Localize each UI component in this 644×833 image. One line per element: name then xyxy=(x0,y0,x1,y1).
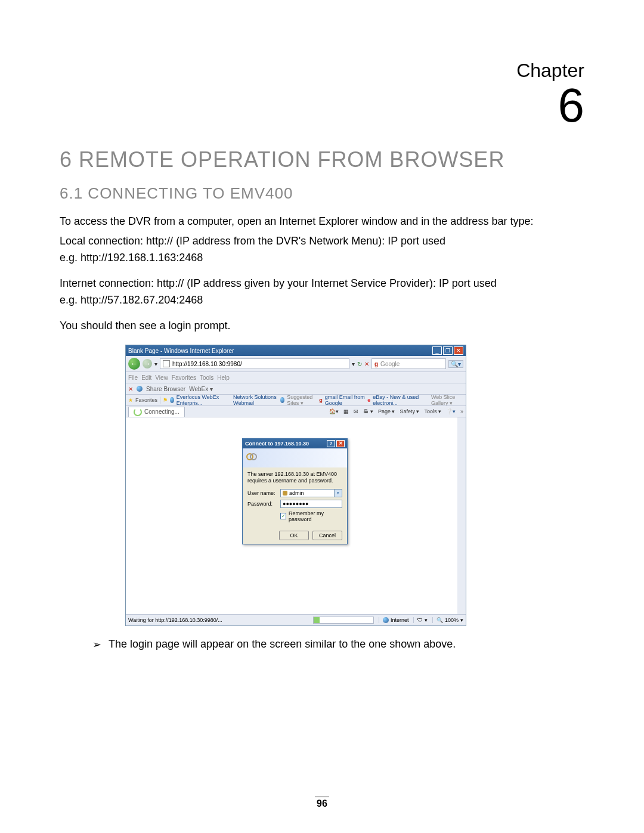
intro-text: To access the DVR from a computer, open … xyxy=(60,215,584,228)
section-heading: 6 REMOTE OPERATION FROM BROWSER xyxy=(60,147,584,172)
bullet-arrow-icon: ➢ xyxy=(92,638,101,651)
google-icon: g xyxy=(374,361,378,367)
progress-bar xyxy=(313,617,374,624)
star-icon[interactable]: ★ xyxy=(128,397,133,403)
local-conn-1: Local connection: http:// (IP address fr… xyxy=(60,234,584,248)
remember-row: ✓ Remember my password xyxy=(280,510,342,522)
menu-help[interactable]: Help xyxy=(217,374,230,381)
feeds-icon[interactable]: ▦ xyxy=(343,408,349,414)
print-icon[interactable]: 🖶 ▾ xyxy=(363,408,373,414)
username-value: admin xyxy=(289,490,304,496)
home-icon[interactable]: 🏠▾ xyxy=(329,408,339,414)
status-text: Waiting for http://192.168.10.30:9980/..… xyxy=(128,617,222,623)
address-bar[interactable]: http://192.168.10.30:9980/ xyxy=(160,358,349,369)
dialog-banner xyxy=(243,448,347,467)
bullet-item: ➢ The login page will appear on the scre… xyxy=(92,638,584,651)
menu-bar: File Edit View Favorites Tools Help xyxy=(126,372,466,383)
tab-row: Connecting... 🏠▾ ▦ ✉ 🖶 ▾ Page ▾ Safety ▾… xyxy=(126,406,466,417)
browser-tab[interactable]: Connecting... xyxy=(128,407,185,417)
password-input[interactable]: ●●●●●●●● xyxy=(280,500,342,508)
tools-menu[interactable]: Tools ▾ xyxy=(424,408,441,414)
fav-icon-3 xyxy=(280,397,284,403)
url-text: http://192.168.10.30:9980/ xyxy=(172,361,242,367)
menu-edit[interactable]: Edit xyxy=(141,374,151,381)
help-icon[interactable]: ❔▾ xyxy=(446,408,456,414)
stop-icon[interactable]: ✕ xyxy=(364,361,369,367)
zoom-control[interactable]: 🔍 100% ▾ xyxy=(432,617,463,623)
back-button[interactable]: ← xyxy=(128,358,140,370)
document-page: Chapter 6 6 REMOTE OPERATION FROM BROWSE… xyxy=(0,0,644,833)
maximize-button[interactable]: ❐ xyxy=(443,346,453,355)
fav-icon-2 xyxy=(227,397,231,403)
chapter-number: 6 xyxy=(60,82,584,129)
share-browser[interactable]: Share Browser xyxy=(146,386,185,392)
loading-spinner-icon xyxy=(134,408,142,416)
favorites-bar: ★ Favorites ⚑ Everfocus WebEx Enterpris.… xyxy=(126,395,466,406)
dropdown-icon[interactable]: ▾ xyxy=(154,361,157,367)
page-number: 96 xyxy=(317,798,327,809)
remember-label: Remember my password xyxy=(289,510,342,522)
close-button[interactable]: ✕ xyxy=(454,346,463,355)
fav-link-6[interactable]: Web Slice Gallery ▾ xyxy=(431,395,463,406)
window-titlebar[interactable]: Blank Page - Windows Internet Explorer _… xyxy=(126,345,466,356)
fav-icon-1 xyxy=(170,397,174,403)
fav-link-4[interactable]: gmail Email from Google xyxy=(325,395,365,406)
chevron-down-icon[interactable]: ▾ xyxy=(334,490,342,497)
forward-button[interactable]: → xyxy=(143,359,152,368)
fav-link-5[interactable]: eBay - New & used electroni... xyxy=(373,395,422,406)
protected-mode[interactable]: 🛡 ▾ xyxy=(413,617,428,623)
mail-icon[interactable]: ✉ xyxy=(354,408,358,414)
fav-link-1[interactable]: Everfocus WebEx Enterpris... xyxy=(177,395,224,406)
fav-folder-icon: ⚑ xyxy=(163,397,168,403)
username-input[interactable]: admin ▾ xyxy=(280,489,342,497)
refresh-icon[interactable]: ↻ xyxy=(357,361,362,367)
dialog-titlebar[interactable]: Connect to 197.168.10.30 ? ✕ xyxy=(243,439,347,448)
safety-menu[interactable]: Safety ▾ xyxy=(400,408,419,414)
bullet-text: The login page will appear on the screen… xyxy=(109,638,456,651)
addr-dropdown-icon[interactable]: ▾ xyxy=(352,361,355,367)
chevron-icon[interactable]: » xyxy=(460,408,463,414)
menu-view[interactable]: View xyxy=(155,374,168,381)
menu-favorites[interactable]: Favorites xyxy=(172,374,196,381)
page-icon xyxy=(163,360,170,367)
search-icon[interactable]: 🔍▾ xyxy=(448,360,463,368)
chapter-label: Chapter xyxy=(60,60,584,82)
ok-button[interactable]: OK xyxy=(279,531,309,540)
fav-icon-4: g xyxy=(319,397,323,403)
subsection-heading: 6.1 CONNECTING TO EMV400 xyxy=(60,184,584,203)
fav-icon-5: e xyxy=(367,397,370,403)
fav-link-2[interactable]: Network Solutions Webmail xyxy=(233,395,278,406)
ie-window: Blank Page - Windows Internet Explorer _… xyxy=(125,345,466,626)
keys-icon xyxy=(246,452,258,464)
zone-label: Internet xyxy=(391,617,409,623)
window-title: Blank Page - Windows Internet Explorer xyxy=(128,348,234,354)
security-zone[interactable]: Internet xyxy=(379,617,409,623)
share-bar: ✕ Share Browser WebEx ▾ xyxy=(126,383,466,395)
search-placeholder: Google xyxy=(380,361,400,367)
menu-tools[interactable]: Tools xyxy=(200,374,213,381)
page-menu[interactable]: Page ▾ xyxy=(378,408,395,414)
cancel-button[interactable]: Cancel xyxy=(312,531,342,540)
fav-link-3[interactable]: Suggested Sites ▾ xyxy=(287,395,317,406)
menu-file[interactable]: File xyxy=(128,374,138,381)
search-box[interactable]: g Google xyxy=(371,358,446,369)
password-value: ●●●●●●●● xyxy=(283,501,309,507)
internet-conn-1: Internet connection: http:// (IP address… xyxy=(60,277,584,290)
auth-dialog: Connect to 197.168.10.30 ? ✕ The server … xyxy=(242,438,348,544)
webex-dropdown[interactable]: WebEx ▾ xyxy=(189,386,213,392)
minimize-button[interactable]: _ xyxy=(432,346,442,355)
dialog-help-button[interactable]: ? xyxy=(327,440,335,447)
dialog-title: Connect to 197.168.10.30 xyxy=(245,441,309,447)
remember-checkbox[interactable]: ✓ xyxy=(280,513,286,519)
auth-message: The server 192.168.10.30 at EMV400 requi… xyxy=(247,471,342,484)
user-icon xyxy=(283,491,287,496)
globe-icon xyxy=(137,386,143,392)
close-toolbar-icon[interactable]: ✕ xyxy=(128,386,133,392)
prompt-note: You should then see a login prompt. xyxy=(60,319,584,333)
dialog-body: The server 192.168.10.30 at EMV400 requi… xyxy=(243,467,347,544)
fav-icon-6 xyxy=(425,397,429,403)
favorites-label[interactable]: Favorites xyxy=(135,397,157,403)
browser-viewport: Connect to 197.168.10.30 ? ✕ The server … xyxy=(126,417,466,614)
dialog-close-button[interactable]: ✕ xyxy=(336,440,345,447)
tab-label: Connecting... xyxy=(144,408,179,415)
